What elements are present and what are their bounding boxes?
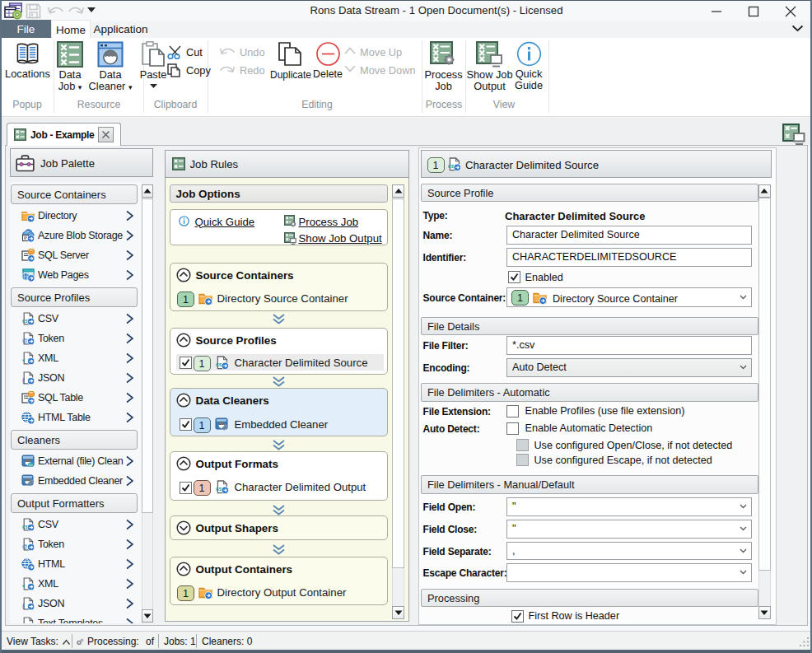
svg-text:@: @ [22,543,27,549]
svg-text:T: T [22,623,26,623]
svg-text:cs: cs [216,486,222,492]
svg-text:<: < [22,583,26,589]
svg-text:<: < [22,357,26,363]
svg-text:cs: cs [216,361,222,367]
svg-text:@: @ [22,338,27,343]
svg-text:cs: cs [448,163,455,169]
svg-text:co: co [29,463,33,467]
